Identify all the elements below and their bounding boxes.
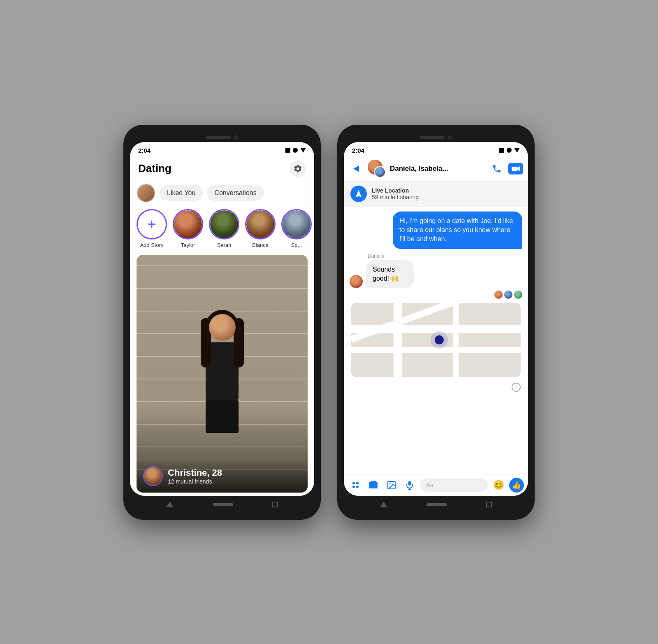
phone-bottom-bar-left [130,496,314,513]
camera-button[interactable] [366,478,381,493]
phone-screen-right: 2:04 Daniela, Isabela... [344,142,528,496]
speaker-left [206,136,231,139]
more-options-button[interactable] [348,478,363,493]
call-button[interactable] [489,161,504,176]
back-arrow-icon [353,165,359,172]
story-item-taylor[interactable]: Taylor [173,209,203,248]
taylor-label: Taylor [181,242,195,248]
head [209,314,236,341]
sarah-photo [210,210,238,238]
story-item-add[interactable]: + Add Story [137,209,167,248]
sp-avatar [281,209,312,239]
left-phone: 2:04 Dating [123,125,321,520]
video-call-button[interactable] [508,161,523,176]
back-nav-right[interactable] [380,502,387,507]
camera-icon [368,480,378,490]
sp-label: Sp... [291,242,302,248]
liked-you-tab[interactable]: Liked You [160,185,203,201]
battery-icon [285,148,290,153]
location-icon-circle [350,186,367,202]
incoming-message-col: Daniela Sounds good! 🙌 [366,253,430,288]
road-v2 [453,303,459,377]
dot3 [352,486,355,488]
chat-avatar-group [368,160,386,178]
location-banner[interactable]: Live Location 59 min left sharing [344,181,528,207]
back-nav-left[interactable] [166,502,174,507]
chat-name: Daniela, Isabela... [390,165,485,173]
sarah-avatar [209,209,239,239]
status-bar-right: 2:04 [344,142,528,156]
dating-header: Dating [130,156,314,182]
checkmark-row: ✓ [350,383,522,392]
gallery-button[interactable] [384,478,399,493]
chat-messages: Hi, I'm going on a date with Joe. I'd li… [344,207,528,474]
map-card[interactable] [351,303,521,377]
svg-marker-1 [517,166,520,171]
home-nav-left[interactable] [213,503,233,506]
dating-title: Dating [138,162,171,175]
camera-left [234,135,238,139]
message-input[interactable]: Aa [420,478,488,492]
messenger-screen: Daniela, Isabela... [344,156,528,496]
story-item-bianca[interactable]: Bianca [245,209,276,248]
road-h2 [351,347,521,353]
settings-button[interactable] [290,160,306,177]
face [209,314,236,341]
back-button[interactable] [349,161,364,176]
gallery-icon [387,480,396,490]
recents-nav-right[interactable] [486,502,492,507]
phone-screen-left: 2:04 Dating [130,142,314,496]
gear-icon [293,164,302,173]
home-nav-right[interactable] [426,503,447,506]
woman-silhouette [206,314,239,433]
profile-photo: Christine, 28 12 mutual friends [137,255,308,493]
incoming-message-1-row: Daniela Sounds good! 🙌 [350,253,522,288]
leg-left [206,400,220,433]
filter-row: Liked You Conversations [130,182,314,207]
svg-rect-0 [512,167,517,171]
status-time-left: 2:04 [138,147,151,154]
dating-screen: Dating Liked You Conversations [130,156,314,496]
video-camera-icon [512,166,520,172]
road-v1 [394,303,402,377]
conversations-tab[interactable]: Conversations [207,185,264,201]
sp-photo [283,210,310,238]
profile-info-overlay: Christine, 28 12 mutual friends [137,460,308,493]
profile-card[interactable]: Christine, 28 12 mutual friends [137,255,308,493]
recents-nav-left[interactable] [272,502,278,507]
delivered-icon: ✓ [512,383,521,392]
mic-button[interactable] [402,478,417,493]
story-item-sarah[interactable]: Sarah [209,209,239,248]
location-dot [435,335,444,344]
status-icons-right [499,148,520,153]
emoji-icon: 😊 [493,480,504,491]
stories-row: + Add Story Taylor Sarah [130,207,314,251]
signal-icon-right [507,148,512,153]
taylor-photo [174,210,202,238]
like-button[interactable]: 👍 [509,478,524,493]
phone-top-bar-left [130,131,314,142]
map-background [351,303,521,377]
right-phone: 2:04 Daniela, Isabela... [337,125,535,520]
thumbs-up-icon: 👍 [512,481,521,490]
bianca-photo [246,210,274,238]
user-avatar [137,184,155,202]
add-story-label: Add Story [140,242,163,248]
location-arrow-icon [354,189,363,198]
seen-avatar-2 [504,291,512,299]
emoji-button[interactable]: 😊 [491,478,506,493]
dot2 [356,482,359,484]
svg-point-3 [389,483,391,484]
legs [206,400,239,433]
avatar-image [137,184,155,202]
plus-icon: + [147,217,156,232]
grid-dots-icon [352,482,359,488]
story-item-sp[interactable]: Sp... [281,209,312,248]
phone-top-bar-right [344,131,528,142]
profile-name: Christine, 28 [168,467,222,478]
status-time-right: 2:04 [352,147,364,154]
status-bar-left: 2:04 [130,142,314,156]
road-diagonal [351,303,512,343]
seen-avatar-1 [494,291,503,299]
taylor-avatar [173,209,203,239]
